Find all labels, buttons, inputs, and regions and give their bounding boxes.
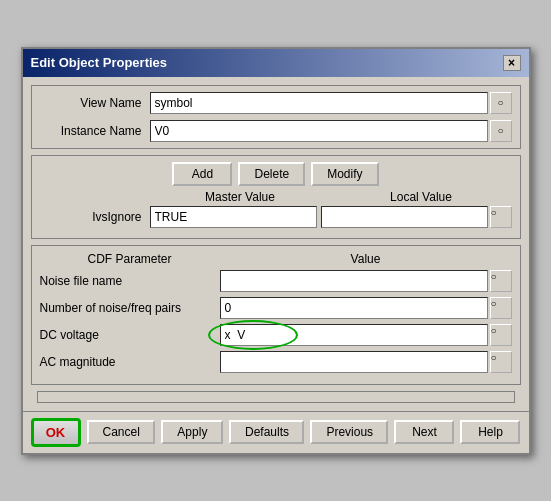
dialog-body: View Name ○ Instance Name ○ Add Delete M… bbox=[23, 77, 529, 411]
cdf-value-header: Value bbox=[220, 252, 512, 266]
delete-button[interactable]: Delete bbox=[238, 162, 305, 186]
cdf-section: CDF Parameter Value Noise file name ○ Nu… bbox=[31, 245, 521, 385]
cdf-header-row: CDF Parameter Value bbox=[40, 252, 512, 266]
add-button[interactable]: Add bbox=[172, 162, 232, 186]
noise-file-input[interactable] bbox=[220, 270, 488, 292]
horizontal-scroll-area bbox=[31, 391, 521, 403]
ac-magnitude-input[interactable] bbox=[220, 351, 488, 373]
master-value-header: Master Value bbox=[150, 190, 331, 204]
dc-voltage-row: DC voltage ○ bbox=[40, 324, 512, 346]
noise-freq-label: Number of noise/freq pairs bbox=[40, 301, 220, 315]
dc-voltage-input[interactable] bbox=[220, 324, 488, 346]
noise-freq-btn[interactable]: ○ bbox=[490, 297, 512, 319]
horizontal-scrollbar[interactable] bbox=[37, 391, 515, 403]
cdf-param-header: CDF Parameter bbox=[40, 252, 220, 266]
local-value-header: Local Value bbox=[331, 190, 512, 204]
edit-object-properties-dialog: Edit Object Properties × View Name ○ Ins… bbox=[21, 47, 531, 455]
close-button[interactable]: × bbox=[503, 55, 521, 71]
instance-name-row: Instance Name ○ bbox=[40, 120, 512, 142]
view-name-extra-btn[interactable]: ○ bbox=[490, 92, 512, 114]
next-button[interactable]: Next bbox=[394, 420, 454, 444]
property-table-header: Master Value Local Value bbox=[40, 190, 512, 204]
dc-voltage-btn[interactable]: ○ bbox=[490, 324, 512, 346]
title-bar: Edit Object Properties × bbox=[23, 49, 529, 77]
ac-magnitude-btn[interactable]: ○ bbox=[490, 351, 512, 373]
ivs-ignore-row: IvsIgnore ○ bbox=[40, 206, 512, 228]
apply-button[interactable]: Apply bbox=[161, 420, 223, 444]
instance-name-label: Instance Name bbox=[40, 124, 150, 138]
view-name-input[interactable] bbox=[150, 92, 488, 114]
cancel-button[interactable]: Cancel bbox=[87, 420, 156, 444]
view-name-row: View Name ○ bbox=[40, 92, 512, 114]
modify-button[interactable]: Modify bbox=[311, 162, 378, 186]
dialog-title: Edit Object Properties bbox=[31, 55, 168, 70]
ok-button[interactable]: OK bbox=[31, 418, 81, 447]
help-button[interactable]: Help bbox=[460, 420, 520, 444]
ac-magnitude-row: AC magnitude ○ bbox=[40, 351, 512, 373]
noise-file-btn[interactable]: ○ bbox=[490, 270, 512, 292]
bottom-bar: OK Cancel Apply Defaults Previous Next H… bbox=[23, 411, 529, 453]
ivs-ignore-local-input[interactable] bbox=[321, 206, 488, 228]
noise-freq-input[interactable] bbox=[220, 297, 488, 319]
previous-button[interactable]: Previous bbox=[310, 420, 388, 444]
noise-freq-row: Number of noise/freq pairs ○ bbox=[40, 297, 512, 319]
top-section: View Name ○ Instance Name ○ bbox=[31, 85, 521, 149]
defaults-button[interactable]: Defaults bbox=[229, 420, 304, 444]
instance-name-extra-btn[interactable]: ○ bbox=[490, 120, 512, 142]
dc-voltage-label: DC voltage bbox=[40, 328, 220, 342]
noise-file-label: Noise file name bbox=[40, 274, 220, 288]
property-section: Add Delete Modify Master Value Local Val… bbox=[31, 155, 521, 239]
view-name-label: View Name bbox=[40, 96, 150, 110]
instance-name-input[interactable] bbox=[150, 120, 488, 142]
ivs-ignore-label: IvsIgnore bbox=[40, 210, 150, 224]
ivs-ignore-extra-btn[interactable]: ○ bbox=[490, 206, 512, 228]
property-btn-row: Add Delete Modify bbox=[40, 162, 512, 186]
noise-file-row: Noise file name ○ bbox=[40, 270, 512, 292]
ivs-ignore-master-input[interactable] bbox=[150, 206, 317, 228]
ac-magnitude-label: AC magnitude bbox=[40, 355, 220, 369]
